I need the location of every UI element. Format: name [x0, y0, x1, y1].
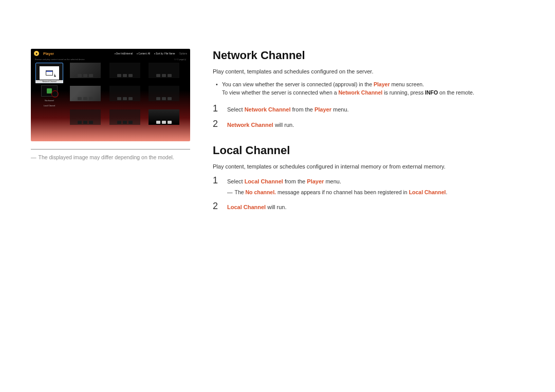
network-desc: Play content, templates and schedules co…	[213, 67, 524, 76]
mini-icon	[168, 121, 172, 124]
mini-icon	[162, 121, 166, 124]
right-column: Network Channel Play content, templates …	[202, 49, 524, 216]
step-body: Network Channel will run.	[227, 119, 294, 130]
filter-content-label: Content: All	[138, 52, 150, 55]
subheader-desc: Browse and play content saved on the sel…	[35, 58, 85, 61]
player-accent: Player	[307, 178, 324, 184]
local-desc: Play content, templates or schedules con…	[213, 162, 524, 171]
network-channel-card: Network Channel	[35, 63, 63, 83]
mini-icon	[89, 121, 93, 124]
text: on the remote.	[438, 89, 474, 96]
mini-icon	[89, 74, 93, 77]
text: menu.	[331, 106, 349, 113]
player-app-screenshot: Player ▾Dev Int&Internal ▾Content: All ▾…	[31, 49, 190, 141]
text: message appears if no channel has been r…	[276, 189, 409, 195]
network-channel-accent: Network Channel	[245, 106, 291, 113]
text: from the	[291, 106, 314, 113]
mini-icon	[168, 74, 172, 77]
step-number: 1	[213, 103, 220, 115]
chevron-down-icon: ▾	[137, 52, 138, 55]
text: will run.	[273, 122, 294, 128]
step-2: 2 Local Channel will run.	[213, 201, 524, 212]
local-channel-accent: Local Channel	[245, 178, 283, 184]
text: The	[235, 189, 246, 195]
thumbnail	[70, 86, 101, 101]
thumbnail	[109, 63, 140, 78]
mini-icon	[156, 97, 160, 100]
play-icon	[34, 51, 39, 56]
text: To view whether the server is connected …	[222, 89, 338, 96]
sidebar-tile-2	[41, 85, 58, 97]
thumbnail	[149, 63, 179, 78]
calendar-icon	[46, 70, 53, 76]
step-body: Local Channel will run.	[227, 201, 287, 212]
text: Select	[227, 106, 245, 113]
thumbnail	[109, 109, 140, 125]
network-channel-accent: Network Channel	[338, 89, 382, 96]
thumbnail	[149, 86, 179, 101]
info-bold: INFO	[425, 89, 438, 96]
dash: ―	[227, 188, 233, 197]
step-body: Select Network Channel from the Player m…	[227, 103, 349, 115]
mini-icon	[117, 97, 121, 100]
text: .	[446, 189, 447, 195]
local-channel-accent: Local Channel	[227, 204, 266, 210]
figure-caption: ―The displayed image may differ dependin…	[31, 154, 190, 162]
mini-icon	[123, 97, 127, 100]
thumbnail	[109, 86, 140, 101]
card-inner	[40, 66, 59, 80]
content-grid	[67, 63, 187, 130]
mini-icon	[128, 97, 133, 100]
text: You can view whether the server is conne…	[222, 81, 374, 87]
left-column: Player ▾Dev Int&Internal ▾Content: All ▾…	[31, 49, 190, 216]
text: menu.	[324, 178, 341, 184]
mini-icon	[156, 74, 160, 77]
filter-content: ▾Content: All	[137, 52, 150, 55]
mini-icon	[162, 74, 166, 77]
text: is running, press	[382, 89, 425, 96]
local-channel-heading: Local Channel	[213, 144, 524, 157]
mini-icon	[123, 74, 127, 77]
sort-by: ▾Sort by: File Name	[154, 52, 175, 55]
mini-icon	[78, 97, 82, 100]
step-number: 2	[213, 201, 220, 212]
text: menu screen.	[390, 81, 424, 87]
chevron-down-icon: ▾	[154, 52, 155, 55]
mini-icon	[168, 97, 172, 100]
dash: ―	[31, 154, 36, 160]
mini-icon	[128, 74, 133, 77]
divider	[31, 149, 190, 150]
thumbnail	[149, 109, 179, 125]
mini-icon	[78, 121, 82, 124]
filter-device: ▾Dev Int&Internal	[115, 52, 133, 55]
pager: 1 / 2 page(s)	[175, 58, 186, 61]
chevron-down-icon: ▾	[115, 52, 116, 55]
dash-note: ― The No channel. message appears if no …	[227, 188, 447, 197]
player-accent: Player	[314, 106, 331, 113]
sort-label: Sort by: File Name	[156, 52, 175, 55]
network-channel-heading: Network Channel	[213, 49, 524, 62]
network-channel-accent: Network Channel	[227, 122, 273, 128]
mini-icon	[117, 121, 121, 124]
step-number: 2	[213, 119, 220, 130]
step-2: 2 Network Channel will run.	[213, 119, 524, 130]
document-page: Player ▾Dev Int&Internal ▾Content: All ▾…	[0, 0, 555, 216]
mini-icon	[78, 74, 82, 77]
mini-icon	[128, 121, 133, 124]
mini-icon	[156, 121, 160, 124]
red-ring-icon	[51, 90, 59, 98]
screenshot-header: Player ▾Dev Int&Internal ▾Content: All ▾…	[31, 49, 190, 58]
mini-icon	[83, 97, 87, 100]
sidebar-label-2: No channel	[45, 100, 54, 102]
sidebar-label-3: Local Channel	[44, 105, 55, 107]
mini-icon	[83, 121, 87, 124]
screenshot-title: Player	[43, 52, 54, 55]
text: will run.	[266, 204, 286, 210]
bullet-list: You can view whether the server is conne…	[213, 80, 524, 98]
note-body: The No channel. message appears if no ch…	[235, 188, 448, 197]
thumbnail	[70, 63, 101, 78]
mini-icon	[83, 74, 87, 77]
step-number: 1	[213, 175, 220, 197]
step-body: Select Local Channel from the Player men…	[227, 175, 447, 197]
thumbnail	[70, 109, 101, 125]
